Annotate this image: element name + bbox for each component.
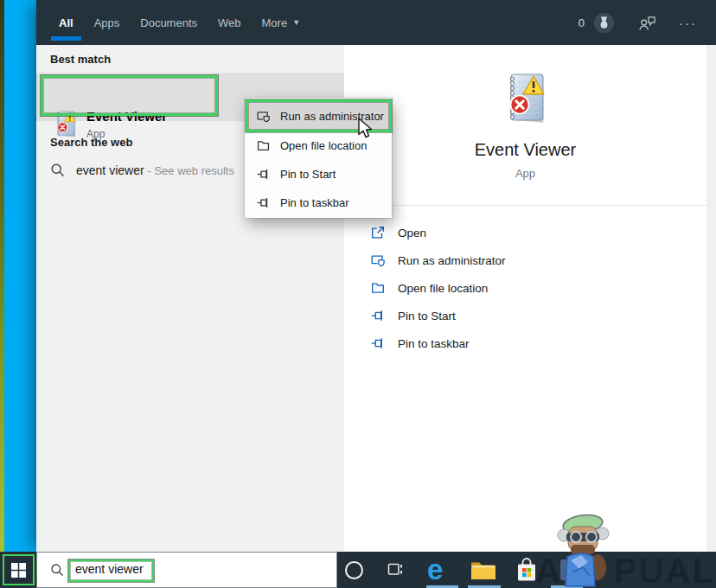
run-as-admin-icon: [370, 252, 386, 268]
action-open-file-location-label: Open file location: [398, 282, 488, 295]
pin-icon: [370, 308, 386, 323]
search-filter-tabs: All Apps Documents Web More ▼: [36, 0, 300, 45]
pin-icon: [256, 167, 271, 182]
tab-more-label: More: [262, 16, 288, 29]
file-explorer-icon[interactable]: [470, 560, 496, 581]
tab-documents[interactable]: Documents: [140, 0, 197, 45]
appuals-watermark-suffix: PUALS: [614, 552, 716, 588]
header-right-icons: 0 ···: [579, 0, 697, 45]
best-match-header: Best match: [50, 53, 111, 66]
menu-item-pin-to-start[interactable]: Pin to Start: [245, 160, 392, 189]
start-button[interactable]: [0, 552, 36, 588]
action-open-file-location[interactable]: Open file location: [344, 274, 706, 302]
appuals-mascot: [557, 512, 611, 588]
action-open[interactable]: Open: [344, 219, 706, 246]
feedback-icon[interactable]: [638, 15, 656, 31]
menu-item-label: Pin to taskbar: [280, 196, 349, 209]
desktop-wallpaper: [4, 0, 36, 552]
search-web-header: Search the web: [50, 136, 132, 149]
pin-icon: [370, 336, 386, 351]
mouse-cursor: [358, 118, 374, 140]
run-as-admin-icon: [256, 109, 271, 124]
menu-item-label: Pin to Start: [280, 168, 336, 181]
preview-divider: [378, 205, 706, 206]
cortana-icon[interactable]: [345, 561, 363, 579]
tab-apps[interactable]: Apps: [94, 0, 120, 45]
web-result-suffix-text: - See web results: [147, 164, 233, 177]
search-header: All Apps Documents Web More ▼ 0 ···: [36, 0, 716, 45]
action-pin-to-start[interactable]: Pin to Start: [344, 302, 706, 329]
search-input-value[interactable]: event viewer: [75, 562, 144, 576]
open-icon: [370, 225, 386, 240]
more-options-icon[interactable]: ···: [679, 16, 697, 30]
action-run-as-admin[interactable]: Run as administrator: [344, 246, 706, 274]
preview-app-name: Event Viewer: [344, 140, 706, 160]
event-viewer-icon: [54, 110, 78, 138]
action-run-as-admin-label: Run as administrator: [398, 254, 506, 267]
chevron-down-icon: ▼: [292, 18, 300, 27]
folder-icon: [370, 280, 386, 296]
best-match-title: Event Viewer: [86, 109, 167, 124]
search-icon: [50, 563, 65, 578]
action-pin-to-taskbar-label: Pin to taskbar: [398, 337, 470, 350]
tab-web[interactable]: Web: [218, 0, 241, 45]
rewards-count: 0: [579, 16, 585, 29]
tab-more[interactable]: More ▼: [262, 0, 301, 45]
edge-icon[interactable]: e: [427, 553, 443, 586]
menu-item-label: Open file location: [280, 139, 367, 152]
web-result-query: event viewer: [76, 163, 144, 177]
windows-logo-icon: [11, 563, 26, 578]
action-open-label: Open: [398, 227, 426, 240]
preview-panel: Event Viewer App Open Run as administrat…: [344, 45, 706, 552]
context-menu: Run as administrator Open file location …: [245, 98, 392, 218]
preview-app-type: App: [344, 167, 706, 180]
search-icon: [50, 163, 66, 178]
tab-all[interactable]: All: [59, 0, 74, 45]
menu-item-pin-to-taskbar[interactable]: Pin to taskbar: [245, 189, 392, 217]
medal-icon: [592, 11, 616, 35]
desktop-right-strip: [706, 45, 716, 552]
taskbar-search-box[interactable]: event viewer: [36, 552, 337, 588]
search-flyout: All Apps Documents Web More ▼ 0 ··· Bes: [36, 0, 716, 552]
folder-icon: [256, 138, 271, 153]
action-pin-to-taskbar[interactable]: Pin to taskbar: [344, 329, 706, 357]
action-pin-to-start-label: Pin to Start: [398, 310, 456, 323]
rewards-indicator[interactable]: 0: [579, 11, 616, 35]
pin-icon: [256, 195, 271, 210]
windows-search-screen: All Apps Documents Web More ▼ 0 ··· Bes: [0, 0, 716, 588]
task-view-icon[interactable]: [387, 560, 404, 578]
event-viewer-icon-large: [503, 72, 548, 125]
